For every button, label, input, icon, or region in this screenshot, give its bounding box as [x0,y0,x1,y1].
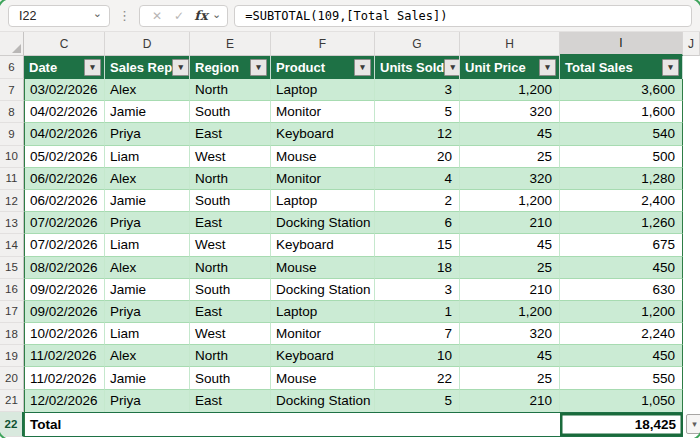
insert-function-icon[interactable]: fx [190,6,212,26]
cell-D16[interactable]: Jamie [105,279,190,301]
table-header-G6[interactable]: Units Sold▾ [375,56,460,79]
cell-E22[interactable] [190,412,271,437]
row-header-21[interactable]: 21 [0,390,24,412]
cell-F9[interactable]: Keyboard [271,123,375,145]
cell-C14[interactable]: 07/02/2026 [24,234,105,256]
cell-J16[interactable] [683,279,700,301]
filter-button-E[interactable]: ▾ [250,59,267,76]
cell-J22[interactable]: ▾ [683,412,700,437]
cell-G9[interactable]: 12 [375,123,460,145]
cell-H13[interactable]: 210 [460,212,560,234]
filter-button-H[interactable]: ▾ [539,59,556,76]
cell-D15[interactable]: Alex [105,257,190,279]
row-header-18[interactable]: 18 [0,323,24,345]
column-header-D[interactable]: D [105,32,190,56]
cell-F14[interactable]: Keyboard [271,234,375,256]
cell-C20[interactable]: 11/02/2026 [24,367,105,389]
cell-H21[interactable]: 210 [460,390,560,412]
cell-C18[interactable]: 10/02/2026 [24,323,105,345]
cell-I11[interactable]: 1,280 [560,168,683,190]
cell-F21[interactable]: Docking Station [271,390,375,412]
cell-F22[interactable] [271,412,375,437]
cell-F10[interactable]: Mouse [271,146,375,168]
cell-E9[interactable]: East [190,123,271,145]
cell-E16[interactable]: South [190,279,271,301]
cell-G18[interactable]: 7 [375,323,460,345]
total-row-function-dropdown[interactable]: ▾ [686,414,700,434]
cell-G20[interactable]: 22 [375,367,460,389]
cell-D19[interactable]: Alex [105,345,190,367]
cell-J21[interactable] [683,390,700,412]
cell-F7[interactable]: Laptop [271,79,375,101]
cell-F16[interactable]: Docking Station [271,279,375,301]
cell-G13[interactable]: 6 [375,212,460,234]
cell-J7[interactable] [683,79,700,101]
cell-C22-total-label[interactable]: Total [24,412,105,437]
cell-E18[interactable]: West [190,323,271,345]
cell-J6[interactable] [683,56,700,79]
chevron-down-icon[interactable]: ⌄ [93,8,102,19]
row-header-15[interactable]: 15 [0,257,24,279]
cell-F17[interactable]: Laptop [271,301,375,323]
cell-G14[interactable]: 15 [375,234,460,256]
row-header-9[interactable]: 9 [0,123,24,145]
cell-E11[interactable]: North [190,168,271,190]
cell-F19[interactable]: Keyboard [271,345,375,367]
filter-button-G[interactable]: ▾ [444,59,460,76]
cell-F18[interactable]: Monitor [271,323,375,345]
cell-D22[interactable] [105,412,190,437]
table-header-I6[interactable]: Total Sales▾ [560,56,683,79]
filter-button-D[interactable]: ▾ [172,59,189,76]
cell-H12[interactable]: 1,200 [460,190,560,212]
cell-E19[interactable]: North [190,345,271,367]
column-header-H[interactable]: H [460,32,560,56]
cell-I18[interactable]: 2,240 [560,323,683,345]
cell-I9[interactable]: 540 [560,123,683,145]
cell-H15[interactable]: 25 [460,257,560,279]
cell-C10[interactable]: 05/02/2026 [24,146,105,168]
cell-I21[interactable]: 1,050 [560,390,683,412]
cell-J17[interactable] [683,301,700,323]
table-header-F6[interactable]: Product▾ [271,56,375,79]
cell-I17[interactable]: 1,200 [560,301,683,323]
row-header-20[interactable]: 20 [0,367,24,389]
cell-F15[interactable]: Mouse [271,257,375,279]
row-header-14[interactable]: 14 [0,234,24,256]
cell-E20[interactable]: South [190,367,271,389]
cell-F8[interactable]: Monitor [271,101,375,123]
table-header-D6[interactable]: Sales Rep▾ [105,56,190,79]
cell-D12[interactable]: Jamie [105,190,190,212]
cell-J15[interactable] [683,257,700,279]
cell-I12[interactable]: 2,400 [560,190,683,212]
cell-J18[interactable] [683,323,700,345]
cell-C17[interactable]: 09/02/2026 [24,301,105,323]
row-header-16[interactable]: 16 [0,279,24,301]
chevron-down-icon[interactable]: ⌄ [212,9,221,20]
name-box[interactable]: I22 ⌄ [8,5,110,27]
table-header-C6[interactable]: Date▾ [24,56,105,79]
row-header-12[interactable]: 12 [0,190,24,212]
row-header-6[interactable]: 6 [0,56,24,79]
cell-C13[interactable]: 07/02/2026 [24,212,105,234]
cell-G22[interactable] [375,412,460,437]
cell-C9[interactable]: 04/02/2026 [24,123,105,145]
cell-G8[interactable]: 5 [375,101,460,123]
row-header-10[interactable]: 10 [0,146,24,168]
cell-D21[interactable]: Priya [105,390,190,412]
cell-H11[interactable]: 320 [460,168,560,190]
cancel-icon[interactable]: ✕ [146,6,168,26]
cell-G10[interactable]: 20 [375,146,460,168]
cell-D17[interactable]: Priya [105,301,190,323]
cell-H8[interactable]: 320 [460,101,560,123]
cell-H9[interactable]: 45 [460,123,560,145]
column-header-G[interactable]: G [375,32,460,56]
cell-F13[interactable]: Docking Station [271,212,375,234]
cell-F11[interactable]: Monitor [271,168,375,190]
filter-button-F[interactable]: ▾ [354,59,371,76]
row-header-13[interactable]: 13 [0,212,24,234]
cell-E15[interactable]: North [190,257,271,279]
cell-D14[interactable]: Liam [105,234,190,256]
column-header-J[interactable]: J [683,32,700,56]
cell-I8[interactable]: 1,600 [560,101,683,123]
cell-E8[interactable]: South [190,101,271,123]
